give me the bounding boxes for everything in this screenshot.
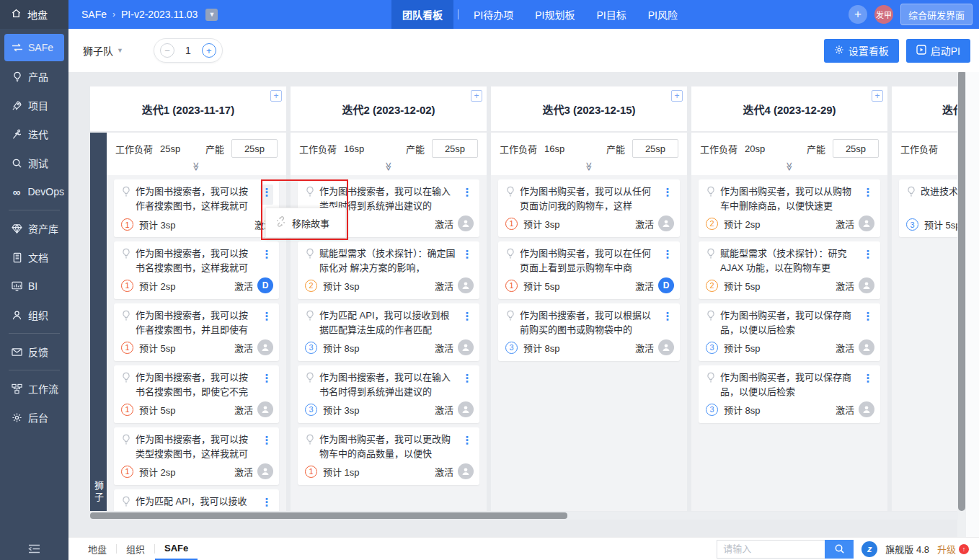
assignee-avatar[interactable]: D (658, 277, 674, 293)
card-menu-button[interactable]: ⋮ (461, 185, 474, 205)
add-icon[interactable]: + (849, 5, 867, 24)
horizontal-scrollbar-thumb[interactable] (90, 512, 567, 519)
sidebar-item-1[interactable]: 产品 (4, 63, 64, 90)
story-card[interactable]: 赋能型需求（技术探针）：确定国际化对 解决方案的影响， ⋮ 2预计 3sp激活 (298, 241, 479, 299)
upgrade-link[interactable]: 升级 ↑ (937, 542, 969, 556)
add-story-icon[interactable]: + (270, 90, 282, 102)
sidebar-item-0[interactable]: SAFe (4, 34, 64, 61)
story-card[interactable]: 作为图书购买者，我可以保存商品，以便以后检索 ⋮ 3预计 5sp激活 (699, 303, 880, 361)
top-tab-0[interactable]: 团队看板 (391, 0, 453, 29)
breadcrumb-current[interactable]: PI-v2-2023.11.03 (121, 9, 198, 20)
card-menu-button[interactable]: ⋮ (461, 370, 474, 391)
card-menu-button[interactable]: ⋮ (661, 246, 674, 267)
card-menu-button[interactable]: ⋮ (260, 370, 273, 391)
top-tab-3[interactable]: PI目标 (585, 0, 637, 29)
statusbar-tab-1[interactable]: 组织 (117, 538, 154, 560)
card-menu-button[interactable]: ⋮ (260, 185, 273, 205)
assignee-avatar[interactable]: D (257, 277, 273, 293)
story-card[interactable]: 作为匹配 API，我可以接收到 ⋮ (114, 489, 279, 511)
card-menu-button[interactable]: ⋮ (260, 308, 273, 329)
home-corner[interactable]: 地盘 (0, 0, 68, 29)
assignee-avatar[interactable] (257, 339, 273, 355)
top-tab-1[interactable]: PI待办项 (463, 0, 524, 29)
sidebar-item-10[interactable]: 反馈 (4, 338, 64, 365)
assignee-avatar[interactable] (859, 215, 874, 231)
sidebar-item-12[interactable]: 后台 (4, 404, 64, 431)
column-fold-button[interactable]: ≫ (115, 158, 278, 175)
stepper-decrease-button[interactable]: − (160, 43, 174, 58)
story-card[interactable]: 作为图书购买者，我可以更改购物车中的商品数量，以便快 ⋮ 1预计 1sp激活 (298, 427, 479, 485)
remove-story-menu-item[interactable]: 移除故事 (292, 216, 329, 230)
card-menu-button[interactable]: ⋮ (461, 246, 474, 267)
statusbar-tab-2[interactable]: SAFe (155, 538, 198, 560)
story-card[interactable]: 作为匹配 API，我可以接收到根据匹配算法生成的作者匹配 ⋮ 3预计 8sp激活 (298, 303, 479, 361)
story-card[interactable]: 赋能型需求（技术探针）：研究 AJAX 功能，以在购物车更 ⋮ 2预计 5sp激… (699, 241, 880, 299)
search-input[interactable] (717, 540, 825, 559)
column-fold-button[interactable]: ≫ (299, 158, 478, 175)
sidebar-item-7[interactable]: 文档 (4, 244, 64, 271)
story-card[interactable]: 作为图书购买者，我可以从任何页面访问我的购物车，这样 ⋮ 1预计 3sp激活 (498, 179, 680, 237)
story-card[interactable]: 作为图书搜索者，我可以按作者搜索图书，并且即使有拼写 ⋮ 1预计 5sp激活 (114, 303, 279, 361)
capacity-input[interactable]: 25sp (833, 139, 879, 158)
user-avatar[interactable]: 发甲 (874, 5, 893, 24)
sidebar-item-4[interactable]: 测试 (4, 149, 64, 177)
assignee-avatar[interactable] (458, 215, 474, 231)
top-tab-4[interactable]: PI风险 (637, 0, 688, 29)
sidebar-collapse-button[interactable] (0, 544, 68, 554)
sidebar-item-5[interactable]: ∞DevOps (4, 178, 64, 205)
card-menu-button[interactable]: ⋮ (461, 308, 474, 329)
card-menu-button[interactable]: ⋮ (260, 432, 273, 453)
pi-dropdown-caret-icon[interactable]: ▼ (205, 9, 218, 21)
capacity-input[interactable]: 25sp (432, 139, 478, 158)
card-menu-button[interactable]: ⋮ (661, 308, 674, 329)
sidebar-item-9[interactable]: 组织 (4, 301, 64, 329)
breadcrumb-app[interactable]: SAFe (81, 9, 107, 20)
vertical-scrollbar-thumb[interactable] (958, 70, 965, 511)
assignee-avatar[interactable] (658, 339, 674, 355)
statusbar-tab-0[interactable]: 地盘 (79, 538, 116, 560)
story-card[interactable]: 作为图书购买者，我可以从购物车中删除商品，以便快速更 ⋮ 2预计 2sp激活 (699, 179, 880, 237)
sidebar-item-2[interactable]: 项目 (4, 92, 64, 119)
assignee-avatar[interactable] (859, 277, 874, 293)
story-card[interactable]: 作为图书搜索者，我可以按书名搜索图书，这样我就可以直 ⋮ 1预计 2sp激活D (114, 241, 279, 299)
assignee-avatar[interactable] (859, 401, 874, 417)
card-menu-button[interactable]: ⋮ (861, 246, 874, 267)
card-menu-button[interactable]: ⋮ (461, 432, 474, 453)
story-card[interactable]: 作为图书搜索者，我可以按作者搜索图书，这样我就可以找 ⋮ 1预计 3sp激活 (114, 179, 279, 237)
story-card[interactable]: 作为图书购买者，我可以保存商品，以便以后检索 ⋮ 3预计 8sp激活 (699, 365, 880, 423)
card-menu-button[interactable]: ⋮ (861, 308, 874, 329)
setup-board-button[interactable]: 设置看板 (824, 39, 899, 63)
add-story-icon[interactable]: + (671, 90, 683, 102)
stepper-increase-button[interactable]: + (202, 43, 216, 58)
assignee-avatar[interactable] (257, 401, 273, 417)
capacity-input[interactable]: 25sp (632, 139, 678, 158)
team-selector[interactable]: 狮子队 ▼ (83, 43, 123, 58)
search-button[interactable] (825, 540, 854, 559)
column-fold-button[interactable]: ≫ (500, 158, 678, 175)
assignee-avatar[interactable] (859, 339, 874, 355)
card-menu-button[interactable]: ⋮ (661, 185, 674, 205)
assignee-avatar[interactable] (458, 277, 474, 293)
card-menu-button[interactable]: ⋮ (260, 246, 273, 267)
sidebar-item-11[interactable]: 工作流 (4, 375, 64, 402)
start-pi-button[interactable]: 启动PI (906, 39, 970, 63)
story-card[interactable]: 作为图书搜索者，我可以根据以前购买的图书或购物袋中的 ⋮ 3预计 8sp激活 (498, 303, 680, 361)
card-menu-button[interactable]: ⋮ (861, 370, 874, 391)
sidebar-item-6[interactable]: 资产库 (4, 215, 64, 242)
card-menu-button[interactable]: ⋮ (260, 494, 273, 511)
assignee-avatar[interactable] (658, 215, 674, 231)
assignee-avatar[interactable] (458, 463, 474, 479)
story-card[interactable]: 作为图书搜索者，我可以按书名搜索图书，即使它不完全匹 ⋮ 1预计 5sp激活 (114, 365, 279, 423)
story-card[interactable]: 作为图书搜索者，我可以在输入书名时得到系统弹出建议的 ⋮ 3预计 3sp激活 (298, 365, 479, 423)
capacity-input[interactable]: 25sp (231, 139, 278, 158)
sidebar-item-8[interactable]: BI (4, 272, 64, 300)
sidebar-item-3[interactable]: 迭代 (4, 120, 64, 148)
assignee-avatar[interactable] (458, 339, 474, 355)
story-card[interactable]: 作为图书购买者，我可以在任何页面上看到显示购物车中商 ⋮ 1预计 5sp激活D (498, 241, 680, 299)
zentao-logo-icon[interactable]: z (861, 541, 877, 557)
add-story-icon[interactable]: + (872, 90, 883, 102)
assignee-avatar[interactable] (257, 463, 273, 479)
column-fold-button[interactable]: ≫ (700, 158, 879, 175)
assignee-avatar[interactable] (458, 401, 474, 417)
card-menu-button[interactable]: ⋮ (861, 185, 874, 205)
